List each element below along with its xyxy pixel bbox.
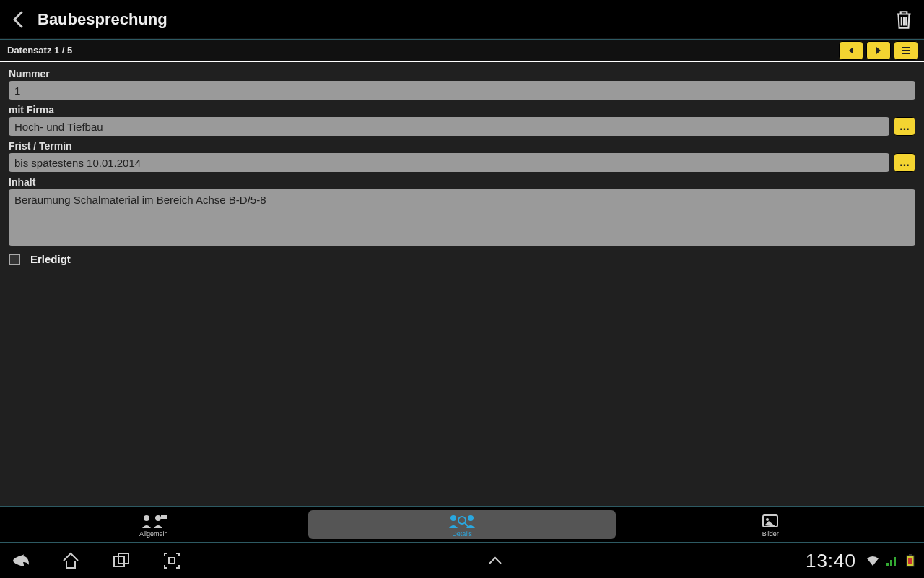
triangle-right-icon: [875, 46, 882, 55]
people-icon: [139, 512, 168, 530]
svg-point-4: [468, 515, 474, 521]
trash-icon: [894, 9, 913, 30]
sys-back-button[interactable]: [7, 548, 33, 574]
chevron-up-icon: [487, 556, 503, 566]
tab-label: Details: [452, 531, 472, 538]
chevron-left-icon: [12, 11, 26, 28]
prev-record-button[interactable]: [839, 41, 863, 60]
back-arrow-icon: [10, 551, 30, 571]
tab-bilder[interactable]: Bilder: [617, 507, 924, 542]
tab-allgemein[interactable]: Allgemein: [0, 507, 307, 542]
battery-icon: [904, 554, 917, 567]
image-icon: [756, 512, 785, 530]
home-icon: [61, 551, 81, 571]
record-counter: Datensatz 1 / 5: [7, 45, 72, 56]
triangle-left-icon: [847, 46, 855, 55]
recent-apps-icon: [111, 551, 131, 571]
frist-input[interactable]: bis spätestens 10.01.2014: [9, 153, 889, 172]
tab-details[interactable]: Details: [308, 510, 615, 539]
svg-rect-13: [908, 558, 912, 564]
svg-rect-12: [909, 554, 912, 556]
frist-picker-button[interactable]: ...: [894, 153, 915, 172]
wifi-icon: [866, 554, 879, 567]
svg-point-1: [155, 515, 161, 521]
firma-input[interactable]: Hoch- und Tiefbau: [9, 117, 889, 136]
svg-rect-2: [161, 515, 167, 519]
erledigt-label: Erledigt: [30, 253, 71, 265]
sys-expand-button[interactable]: [482, 548, 508, 574]
frist-label: Frist / Termin: [9, 140, 915, 152]
tab-label: Allgemein: [139, 531, 168, 538]
inhalt-textarea[interactable]: Beräumung Schalmaterial im Bereich Achse…: [9, 189, 915, 246]
nummer-label: Nummer: [9, 68, 915, 79]
erledigt-checkbox[interactable]: [9, 254, 20, 265]
firma-label: mit Firma: [9, 104, 915, 116]
page-title: Baubesprechung: [38, 10, 167, 29]
signal-icon: [885, 554, 898, 567]
svg-point-7: [766, 518, 769, 521]
delete-button[interactable]: [889, 5, 918, 34]
menu-icon: [901, 46, 911, 55]
record-list-button[interactable]: [894, 41, 918, 60]
inhalt-label: Inhalt: [9, 176, 915, 188]
firma-picker-button[interactable]: ...: [894, 117, 915, 136]
back-button[interactable]: [6, 7, 32, 33]
status-clock: 13:40: [806, 550, 856, 572]
nummer-input[interactable]: 1: [9, 81, 915, 100]
sys-screenshot-button[interactable]: [159, 548, 185, 574]
next-record-button[interactable]: [866, 41, 891, 60]
svg-point-5: [458, 517, 466, 524]
sys-recent-button[interactable]: [108, 548, 134, 574]
svg-rect-10: [169, 558, 175, 564]
svg-point-0: [144, 515, 149, 521]
sys-home-button[interactable]: [58, 548, 84, 574]
tab-label: Bilder: [762, 531, 779, 538]
svg-point-3: [450, 515, 456, 521]
screenshot-icon: [162, 551, 182, 571]
people-search-icon: [448, 512, 476, 530]
